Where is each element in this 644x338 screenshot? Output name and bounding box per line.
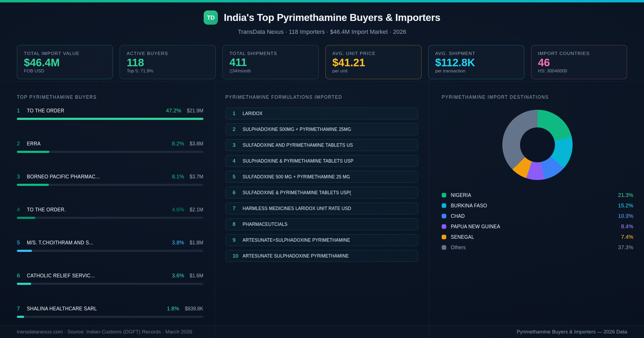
formulation-rank: 10 (233, 253, 243, 259)
formulation-rank: 4 (233, 158, 243, 164)
legend-country-label: SENEGAL (451, 234, 474, 240)
buyer-share-percent: 47.2% (166, 108, 181, 114)
buyer-import-value: $1.6M (190, 273, 203, 279)
stat-sub: FOB USD (24, 68, 106, 74)
buyer-share-bar-fill (17, 184, 49, 186)
buyer-share-bar-track (17, 217, 203, 219)
buyer-row: 1 TO THE ORDER 47.2% $21.9M (17, 108, 203, 120)
buyer-import-value: $3.7M (190, 174, 203, 180)
buyer-rank: 5 (17, 240, 27, 246)
legend-share-value: 15.2% (618, 203, 633, 209)
legend-row: PAPUA NEW GUINEA 8.4% (442, 221, 633, 232)
legend-country-label: NIGERIA (451, 192, 471, 198)
buyer-share-percent: 3.8% (172, 240, 184, 246)
page-title: India's Top Pyrimethamine Buyers & Impor… (224, 12, 440, 23)
buyer-share-bar-track (17, 250, 203, 252)
buyer-import-value: $3.8M (190, 141, 203, 147)
stat-sub: per unit (332, 68, 415, 74)
legend-color-swatch (442, 214, 446, 218)
formulation-name: LARIDOX (243, 111, 262, 116)
buyer-row: 4 TO THE ORDER. 4.6% $2.1M (17, 207, 203, 219)
footer-report-label: Pyrimethamine Buyers & Importers — 2026 … (517, 329, 627, 335)
formulation-row: 7 HARMLESS MEDICINES LARIDOX UNIT RATE U… (225, 203, 418, 214)
import-destinations-donut-chart (502, 110, 573, 180)
buyer-share-bar-fill (17, 250, 32, 252)
formulation-rank: 6 (233, 190, 243, 196)
formulations-panel: PYRIMETHAMINE FORMULATIONS IMPORTED 1 LA… (215, 82, 429, 338)
formulation-name: SULPHADOXINE 500MG + PYRIMETHAMINE 25MG (243, 126, 351, 132)
footer: transdatanexus.com · Source: Indian Cust… (0, 325, 644, 338)
stat-value: 46 (538, 57, 620, 68)
legend-row: CHAD 10.3% (442, 211, 633, 221)
formulations-section-title: PYRIMETHAMINE FORMULATIONS IMPORTED (225, 94, 403, 100)
stat-card: ACTIVE BUYERS 118 Top 5: 71.9% (120, 45, 216, 79)
formulation-name: PHARMACEUTCIALS (243, 221, 287, 227)
formulations-list: 1 LARIDOX 2 SULPHADOXINE 500MG + PYRIMET… (225, 108, 418, 262)
stat-card: AVG. UNIT PRICE $41.21 per unit (325, 45, 422, 79)
buyers-panel: TOP PYRIMETHAMINE BUYERS 1 TO THE ORDER … (0, 82, 215, 338)
buyer-share-bar-fill (17, 118, 203, 120)
stat-sub: per transaction (435, 68, 517, 74)
legend-row: SENEGAL 7.4% (442, 232, 633, 242)
buyer-import-value: $21.9M (187, 108, 203, 114)
stat-sub: HS: 30046000 (538, 68, 620, 74)
buyer-share-percent: 3.6% (172, 273, 184, 279)
stat-card: TOTAL SHIPMENTS 411 ▯34/month (222, 45, 319, 79)
header: TD India's Top Pyrimethamine Buyers & Im… (0, 2, 644, 45)
legend-color-swatch (442, 245, 446, 250)
buyer-share-bar-fill (17, 217, 35, 219)
stat-label: AVG. UNIT PRICE (332, 51, 415, 56)
buyer-name: ERRA (27, 141, 41, 147)
buyers-list: 1 TO THE ORDER 47.2% $21.9M 2 ERRA 8.2% … (17, 108, 203, 318)
legend-country-label: BURKINA FASO (451, 203, 487, 209)
legend-row: Others 37.3% (442, 242, 633, 253)
buyer-share-bar-fill (17, 316, 24, 318)
formulation-row: 6 SULFADOXINE & PYRIMETHAMINE TABLETS US… (225, 187, 418, 199)
buyer-share-bar-fill (17, 151, 49, 153)
buyer-rank: 1 (17, 108, 27, 114)
formulation-row: 10 ARTESUNATE SULPHADOXINE PYRIMETHAMINE (225, 250, 418, 262)
formulation-row: 3 SULFADOXINE AND PYRIMETHAMINE TABLETS … (225, 139, 418, 151)
formulation-rank: 7 (233, 205, 243, 211)
stat-card: TOTAL IMPORT VALUE $46.4M FOB USD (17, 45, 113, 79)
formulation-row: 5 SULFADOXINE 500 MG + PYRIMETHAMINE 25 … (225, 171, 418, 183)
buyer-share-percent: 8.1% (172, 174, 184, 180)
main-content: TOP PYRIMETHAMINE BUYERS 1 TO THE ORDER … (0, 81, 644, 325)
buyer-share-bar-track (17, 283, 203, 285)
formulation-rank: 1 (233, 111, 243, 116)
stat-card: IMPORT COUNTRIES 46 HS: 30046000 (531, 45, 627, 79)
legend-share-value: 8.4% (621, 223, 633, 230)
page-subtitle: TransData Nexus · 118 Importers · $46.4M… (238, 28, 406, 35)
legend-color-swatch (442, 193, 446, 197)
formulation-name: SULFADOXINE AND PYRIMETHAMINE TABLETS US (243, 142, 353, 148)
buyer-share-bar-track (17, 118, 203, 120)
stat-sub: ▯34/month (229, 68, 312, 74)
buyer-name: CATHOLIC RELIEF SERVIC... (27, 273, 95, 279)
buyer-share-bar-fill (17, 283, 31, 285)
formulation-name: SULFADOXINE 500 MG + PYRIMETHAMINE 25 MG (243, 174, 350, 180)
legend-row: NIGERIA 21.3% (442, 190, 633, 200)
buyer-share-bar-track (17, 151, 203, 153)
buyer-rank: 3 (17, 174, 27, 180)
formulation-name: ARTESUNATE+SULPHADOXINE PYRIMETHAMINE (243, 237, 350, 243)
formulation-row: 8 PHARMACEUTCIALS (225, 218, 418, 230)
buyer-share-bar-track (17, 316, 203, 318)
buyer-import-value: $1.8M (190, 240, 203, 246)
buyer-name: M/S. T.CHOITHRAM AND S... (27, 240, 93, 246)
formulation-name: HARMLESS MEDICINES LARIDOX UNIT RATE USD (243, 205, 351, 211)
legend-country-label: CHAD (451, 213, 465, 219)
legend-share-value: 37.3% (618, 244, 633, 251)
stat-label: TOTAL SHIPMENTS (229, 51, 312, 56)
stat-value: $112.8K (435, 57, 517, 68)
stat-label: IMPORT COUNTRIES (538, 51, 620, 56)
legend-country-label: Others (451, 244, 466, 251)
formulation-rank: 5 (233, 174, 243, 180)
legend-country-label: PAPUA NEW GUINEA (451, 223, 500, 230)
buyer-row: 2 ERRA 8.2% $3.8M (17, 141, 203, 153)
buyer-rank: 4 (17, 207, 27, 213)
accent-gradient-bar (0, 0, 644, 2)
formulation-row: 4 SULPHADOXINE & PYRIMETHAMINE TABLETS U… (225, 155, 418, 167)
legend-color-swatch (442, 224, 446, 229)
destinations-section-title: PYRIMETHAMINE IMPORT DESTINATIONS (442, 94, 618, 100)
legend-share-value: 10.3% (618, 213, 633, 219)
